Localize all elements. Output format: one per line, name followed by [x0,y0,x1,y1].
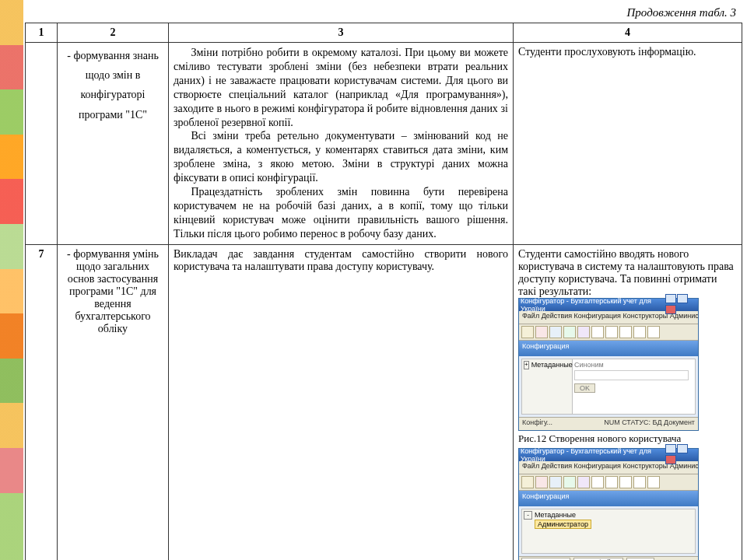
row1-p3: Працездатність зроблених змін повинна бу… [174,185,508,241]
table-row: 7 - формування умінь щодо загальних осно… [26,244,742,560]
tool-icon [535,326,548,338]
tool-icon [521,476,534,488]
row1-p2: Всі зміни треба ретельно документувати –… [174,129,508,185]
tool-icon [563,476,576,488]
maximize-icon [677,294,688,303]
row2-objectives: - формування умінь щодо загальних основ … [58,244,169,560]
header-col-1: 1 [26,23,58,43]
expand-icon: - [524,511,532,520]
tree-node: -Метаданные [524,511,693,520]
tool-icon [619,326,632,338]
sub-window-title: Конфигурация [519,341,698,356]
tool-icon [633,326,646,338]
tool-icon [647,326,660,338]
toolbar [519,474,698,491]
header-col-4: 4 [514,23,742,43]
tree-label: Метаданные [531,361,573,369]
tool-icon [577,476,590,488]
row2-result-text: Студенти самостійно вводять нового корис… [518,248,737,298]
status-right: NUM СТАТУС: БД Документ [604,418,695,429]
row2-student-activity: Студенти самостійно вводять нового корис… [514,244,742,560]
tool-icon [633,476,646,488]
table-header-row: 1 2 3 4 [26,23,742,43]
window-body: +Метаданные Синоним OK [521,359,696,415]
row1-num [26,43,58,245]
window-body: -Метаданные Администратор [521,509,696,554]
status-bar: Конфігу... NUM СТАТУС: БД Документ [519,417,698,430]
tool-icon [549,476,562,488]
tree-sidebar: +Метаданные [522,359,573,414]
row1-student-activity: Студенти прослуховують інформацію. [514,43,742,245]
window-titlebar: Конфігуратор - Бухгалтерський учет для У… [519,299,698,311]
table-row: - формування знань щодо змін в конфігура… [26,43,742,245]
tool-icon [521,326,534,338]
minimize-icon [665,444,676,453]
row1-p1: Зміни потрібно робити в окремому каталоз… [174,46,508,129]
tree-area: -Метаданные Администратор [522,509,695,553]
header-col-3: 3 [169,23,514,43]
row1-objectives-text: - формування знань щодо змін в конфігура… [62,46,163,124]
document-content: Продовження табл. 3 1 2 3 4 - формування… [25,5,742,560]
row2-activity: Викладач дає завдання студентам самостій… [169,244,514,560]
menu-bar: Файл Действия Конфигурация Конструкторы … [519,461,698,474]
detail-input [574,370,689,380]
tool-icon [577,326,590,338]
menu-bar: Файл Действия Конфигурация Конструкторы … [519,311,698,324]
maximize-icon [677,444,688,453]
lesson-table: 1 2 3 4 - формування знань щодо змін в к… [25,23,742,560]
tree-label: Метаданные [535,511,576,519]
minimize-icon [665,294,676,303]
screenshot-user-rights: Конфігуратор - Бухгалтерський учет для У… [518,448,699,560]
tool-icon [591,326,604,338]
tool-icon [563,326,576,338]
toolbar [519,324,698,341]
header-col-2: 2 [58,23,169,43]
tool-icon [535,476,548,488]
screenshot-create-user: Конфігуратор - Бухгалтерський учет для У… [518,298,699,431]
window-title: Конфігуратор - Бухгалтерський учет для У… [521,447,665,463]
selected-node: Администратор [535,520,591,529]
figure-caption-1: Рис.12 Створення нового користувача [518,432,737,445]
row1-activity: Зміни потрібно робити в окремому каталоз… [169,43,514,245]
tool-icon [605,326,618,338]
ok-button: OK [574,383,595,393]
tree-node: +Метаданные [524,361,570,369]
row2-num: 7 [26,244,58,560]
tool-icon [605,476,618,488]
tool-icon [549,326,562,338]
decorative-left-border [0,0,23,560]
expand-icon: + [524,361,529,369]
window-titlebar: Конфігуратор - Бухгалтерський учет для У… [519,449,698,461]
tab-bar: Метаданные Интерфейсы Права [519,556,698,560]
sub-window-title: Конфигурация [519,491,698,506]
detail-label: Синоним [574,361,693,369]
detail-pane: Синоним OK [573,359,695,414]
status-left: Конфігу... [522,418,552,429]
tool-icon [591,476,604,488]
row1-objectives: - формування знань щодо змін в конфігура… [58,43,169,245]
tool-icon [619,476,632,488]
tool-icon [647,476,660,488]
table-continuation-caption: Продовження табл. 3 [25,5,742,23]
window-title: Конфігуратор - Бухгалтерський учет для У… [521,297,665,313]
